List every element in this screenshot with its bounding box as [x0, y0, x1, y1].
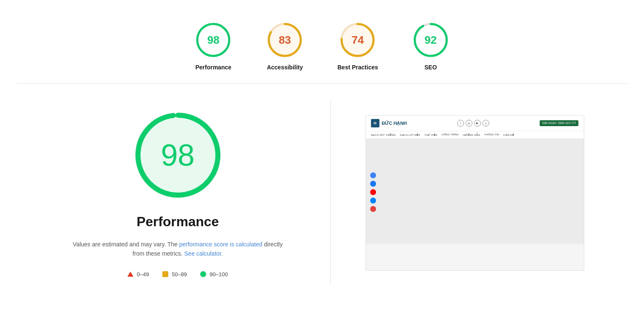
sidebar-icon-facebook [370, 181, 376, 187]
screenshot-body [366, 139, 584, 244]
legend-triangle-icon [127, 272, 133, 277]
legend: 0–49 50–89 90–100 [127, 271, 228, 278]
score-number-performance: 98 [207, 34, 220, 47]
score-label-best-practices: Best Practices [337, 64, 378, 71]
legend-circle-icon [200, 271, 206, 277]
screenshot-frame: H ĐỨC HẠNH f in ▶ z GỌI NGAY: 0900 323 7… [366, 115, 584, 271]
score-circle-best-practices: 74 [339, 21, 376, 59]
score-label-performance: Performance [195, 64, 231, 71]
nav-link-huong-dan: HƯỚNG DẪN [463, 133, 480, 136]
nav-link-gach-lat-nen: GẠCH LÁT NỀN [400, 133, 420, 136]
score-item-performance: 98 Performance [194, 21, 232, 71]
sidebar-icon-zalo [370, 198, 376, 204]
zalo-social-btn: z [482, 120, 489, 127]
score-number-best-practices: 74 [352, 34, 364, 47]
calculator-link[interactable]: See calculator. [184, 250, 223, 257]
facebook-social-btn: f [457, 120, 464, 127]
legend-square-icon [162, 271, 168, 277]
score-label-accessibility: Accessibility [267, 64, 303, 71]
big-score-number: 98 [161, 138, 194, 172]
screenshot-social: f in ▶ z [457, 120, 489, 127]
nav-link-thu-vien: THƯ VIỆN [424, 133, 437, 136]
legend-item-mid: 50–89 [162, 271, 187, 278]
legend-item-high: 90–100 [200, 271, 228, 278]
score-item-best-practices: 74 Best Practices [337, 21, 378, 71]
description: Values are estimated and may vary. The p… [73, 240, 283, 259]
legend-range-high: 90–100 [209, 271, 228, 278]
big-score-title: Performance [137, 214, 219, 230]
screenshot-cta: GỌI NGAY: 0900 323 777 [540, 120, 579, 126]
sidebar-icon-youtube [370, 189, 376, 195]
logo-text: ĐỨC HẠNH [382, 121, 407, 126]
score-number-accessibility: 83 [279, 34, 291, 47]
page-container: 98 Performance 83 Accessibility [0, 0, 644, 333]
description-text: Values are estimated and may vary. The [73, 241, 179, 248]
right-panel: H ĐỨC HẠNH f in ▶ z GỌI NGAY: 0900 323 7… [331, 100, 619, 286]
score-circle-accessibility: 83 [266, 21, 304, 59]
nav-link-thong-tin: THÔNG TIN [484, 133, 499, 136]
legend-range-low: 0–49 [137, 271, 149, 278]
nav-link-cong-trinh: CÔNG TRÌNH [442, 133, 459, 136]
main-content: 98 Performance Values are estimated and … [17, 84, 627, 303]
legend-range-mid: 50–89 [172, 271, 187, 278]
legend-item-low: 0–49 [127, 271, 149, 278]
score-number-seo: 92 [424, 34, 437, 47]
big-score-circle: 98 [132, 109, 224, 201]
sidebar-icon-phone [370, 206, 376, 212]
scores-row: 98 Performance 83 Accessibility [17, 13, 627, 84]
screenshot-header: H ĐỨC HẠNH f in ▶ z GỌI NGAY: 0900 323 7… [366, 116, 584, 131]
screenshot-nav: GẠCH XÂY TƯỜNG GẠCH LÁT NỀN THƯ VIỆN CÔN… [366, 131, 584, 139]
screenshot-sidebar-icons [370, 172, 376, 212]
instagram-social-btn: in [466, 120, 472, 127]
nav-link-gach-xay-tuong: GẠCH XÂY TƯỜNG [371, 133, 396, 136]
score-item-seo: 92 SEO [412, 21, 450, 71]
performance-score-link[interactable]: performance score is calculated [179, 241, 262, 248]
score-circle-performance: 98 [194, 21, 232, 59]
youtube-social-btn: ▶ [474, 120, 481, 127]
score-circle-seo: 92 [412, 21, 450, 59]
score-item-accessibility: 83 Accessibility [266, 21, 304, 71]
screenshot-logo: H ĐỨC HẠNH [371, 119, 407, 127]
logo-icon: H [371, 119, 379, 127]
left-panel: 98 Performance Values are estimated and … [25, 100, 331, 286]
nav-link-lien-he: LIÊN HỆ [504, 133, 514, 136]
sidebar-icon-chat [370, 172, 376, 178]
score-label-seo: SEO [424, 64, 437, 71]
